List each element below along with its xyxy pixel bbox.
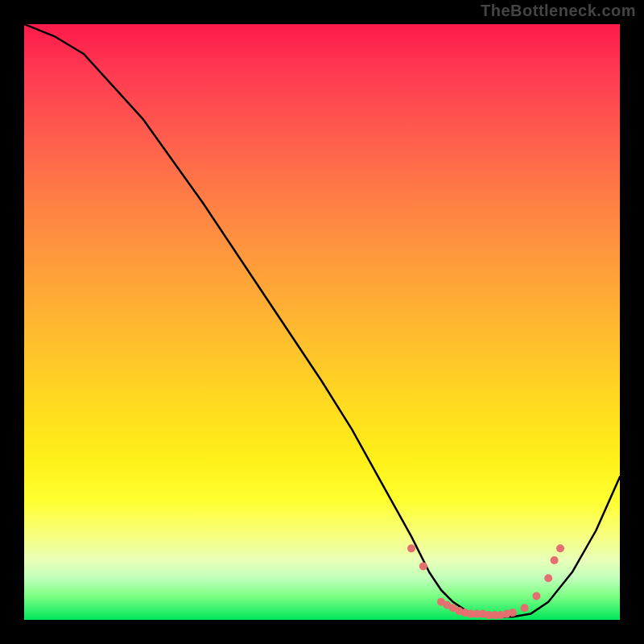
chart-svg — [24, 24, 620, 620]
marker-dot — [419, 562, 427, 570]
watermark-text: TheBottleneck.com — [481, 2, 636, 20]
marker-dot — [509, 609, 517, 617]
marker-dot — [521, 604, 529, 612]
marker-dot — [532, 592, 540, 600]
marker-dot — [407, 544, 415, 552]
marker-dot — [544, 574, 552, 582]
curve-path — [24, 24, 620, 617]
marker-dot — [551, 556, 559, 564]
plot-area — [24, 24, 620, 620]
chart-container: TheBottleneck.com — [0, 0, 644, 644]
line-series — [24, 24, 620, 617]
marker-dot — [556, 544, 564, 552]
